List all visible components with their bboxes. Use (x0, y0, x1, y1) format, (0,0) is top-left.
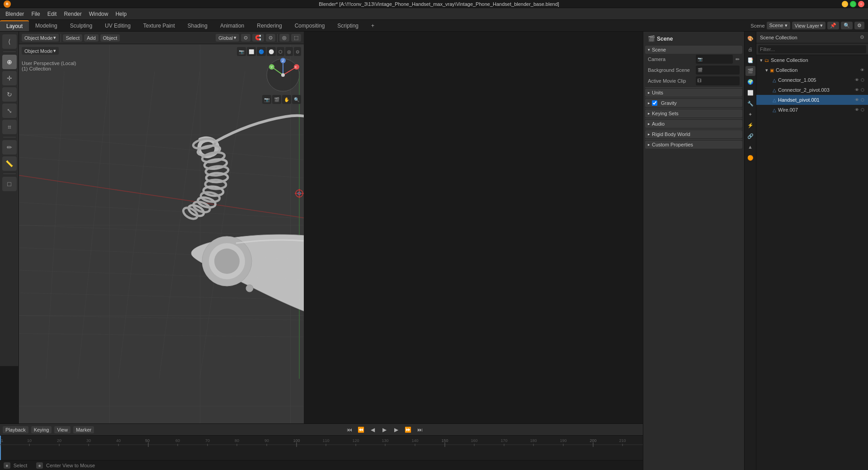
navigation-gizmo[interactable]: X Y Z (265, 57, 301, 93)
object-menu[interactable]: Object (100, 34, 120, 42)
outliner-item-connector2[interactable]: △ Connector_2_pivot.003 👁 ⬡ (756, 85, 868, 95)
overlay-toggle[interactable]: ◎ (279, 34, 289, 42)
step-back-btn[interactable]: ◀ (368, 425, 377, 434)
bg-scene-value[interactable]: 🎬 (696, 66, 740, 75)
tab-compositing[interactable]: Compositing (288, 21, 331, 31)
transform-selector[interactable]: Global ▾ (216, 34, 239, 42)
cursor-tool[interactable]: ⊕ (2, 55, 17, 69)
step-fwd-btn[interactable]: ▶ (392, 425, 401, 434)
custom-props-header[interactable]: ▸ Custom Properties (645, 141, 742, 149)
minimize-button[interactable]: − (842, 1, 848, 7)
menu-blender[interactable]: Blender (2, 10, 28, 18)
view-menu[interactable]: View (54, 426, 71, 433)
scale-tool[interactable]: ⤡ (2, 103, 17, 118)
prop-tab-material[interactable]: 🟠 (745, 153, 755, 163)
prop-tab-viewlayer[interactable]: 📑 (745, 55, 755, 65)
menu-window[interactable]: Window (85, 10, 112, 18)
outliner-item-handset[interactable]: △ Handset_pivot.001 👁 ⬡ (756, 95, 868, 105)
prop-tab-constraints[interactable]: 🔗 (745, 131, 755, 141)
xray-toggle[interactable]: ⬚ (291, 34, 301, 42)
maximize-button[interactable]: □ (850, 1, 856, 7)
move-tool[interactable]: ✛ (2, 71, 17, 85)
select-menu[interactable]: Select (63, 34, 82, 42)
transform-tool[interactable]: ⌗ (2, 120, 17, 134)
tab-animation[interactable]: Animation (214, 21, 250, 31)
prop-tab-object[interactable]: ⬜ (745, 88, 755, 98)
outliner-search-input[interactable] (758, 45, 866, 53)
annotate-tool[interactable]: ✏ (2, 140, 17, 155)
tab-modeling[interactable]: Modeling (29, 21, 64, 31)
tab-sculpting[interactable]: Sculpting (64, 21, 99, 31)
outliner-filter-icon[interactable]: ⚙ (860, 34, 864, 40)
add-cube-tool[interactable]: □ (2, 177, 17, 191)
timeline-ruler[interactable]: // Ticks rendered manually 1 50 100 150 … (0, 435, 745, 460)
play-btn[interactable]: ▶ (380, 425, 389, 434)
measure-tool[interactable]: 📏 (2, 156, 17, 171)
vp-rendered-view[interactable]: 🔵 (257, 47, 266, 56)
viewlayer-selector[interactable]: View Layer ▾ (792, 22, 826, 29)
prop-tab-data[interactable]: ▲ (745, 142, 755, 152)
menu-edit[interactable]: Edit (44, 10, 61, 18)
keying-menu[interactable]: Keying (31, 426, 52, 433)
viewport-mode-menu[interactable]: Object Mode ▾ (22, 47, 59, 55)
add-menu[interactable]: Add (84, 34, 99, 42)
movie-clip-value[interactable]: 🎞 (696, 76, 740, 85)
status-select[interactable]: ● Select (4, 463, 27, 468)
tab-shading[interactable]: Shading (181, 21, 214, 31)
prop-tab-scene[interactable]: 🎬 (745, 66, 755, 76)
tab-add[interactable]: + (365, 21, 381, 31)
vp-gizmo-menu[interactable]: ⊙ (294, 47, 301, 56)
gravity-checkbox[interactable] (652, 100, 657, 106)
prop-tab-particles[interactable]: ✦ (745, 109, 755, 119)
scene-selector[interactable]: Scene ▾ (767, 22, 790, 29)
toolbar-expand-button[interactable]: ⟨ (2, 34, 17, 49)
camera-value[interactable]: 📷 (696, 55, 733, 64)
close-button[interactable]: × (858, 1, 864, 7)
outliner-item-scene-collection[interactable]: ▾ 🗂 Scene Collection (756, 55, 868, 65)
units-section-header[interactable]: ▸ Units (645, 89, 742, 97)
vp-hand-btn[interactable]: ✋ (282, 95, 291, 104)
next-keyframe-btn[interactable]: ⏩ (404, 425, 413, 434)
rotate-tool[interactable]: ↻ (2, 87, 17, 102)
vp-render-btn[interactable]: 🎬 (272, 95, 281, 104)
gravity-section-header[interactable]: ▸ Gravity (645, 99, 742, 107)
prop-tab-world[interactable]: 🌍 (745, 77, 755, 87)
tab-texture-paint[interactable]: Texture Paint (137, 21, 181, 31)
prev-keyframe-btn[interactable]: ⏪ (357, 425, 366, 434)
outliner-item-connector1[interactable]: △ Connector_1.005 👁 ⬡ (756, 75, 868, 85)
scene-section-header[interactable]: ▾ Scene (645, 46, 742, 54)
menu-render[interactable]: Render (60, 10, 85, 18)
outliner-item-wire[interactable]: △ Wire.007 👁 ⬡ (756, 105, 868, 115)
prop-tab-modifier[interactable]: 🔧 (745, 99, 755, 108)
vp-wireframe[interactable]: ⬡ (277, 47, 284, 56)
mode-selector[interactable]: Object Mode ▾ (22, 34, 59, 42)
rigid-body-header[interactable]: ▸ Rigid Body World (645, 130, 742, 138)
vp-camera-btn[interactable]: 📷 (262, 95, 271, 104)
vp-camera-view[interactable]: 📷 (237, 47, 246, 56)
outliner-item-collection[interactable]: ▾ ▣ Collection 👁 (756, 65, 868, 75)
prop-tab-render[interactable]: 🎨 (745, 33, 755, 43)
tab-rendering[interactable]: Rendering (250, 21, 288, 31)
tab-layout[interactable]: Layout (0, 20, 29, 31)
vp-zoom-btn[interactable]: 🔍 (292, 95, 301, 104)
audio-section-header[interactable]: ▸ Audio (645, 120, 742, 128)
pivot-selector[interactable]: ⊙ (241, 34, 250, 42)
menu-help[interactable]: Help (112, 10, 130, 18)
jump-start-btn[interactable]: ⏮ (345, 425, 354, 434)
marker-menu[interactable]: Marker (73, 426, 94, 433)
proportional-toggle[interactable]: ⊙ (266, 34, 275, 42)
prop-tab-output[interactable]: 🖨 (745, 44, 755, 54)
vp-solid-view[interactable]: ⚪ (267, 47, 276, 56)
jump-end-btn[interactable]: ⏭ (415, 425, 425, 434)
tab-scripting[interactable]: Scripting (331, 21, 365, 31)
filter-button[interactable]: ⚙ (854, 22, 864, 29)
search-button[interactable]: 🔍 (841, 22, 853, 29)
prop-tab-physics[interactable]: ⚡ (745, 120, 755, 130)
camera-edit-btn[interactable]: ✏ (736, 56, 740, 62)
playback-menu[interactable]: Playback (3, 426, 28, 433)
keying-sets-header[interactable]: ▸ Keying Sets (645, 109, 742, 118)
pin-button[interactable]: 📌 (827, 22, 839, 29)
tab-uv-editing[interactable]: UV Editing (99, 21, 137, 31)
snap-toggle[interactable]: 🧲 (252, 34, 264, 42)
vp-material-preview[interactable]: ⬜ (247, 47, 256, 56)
